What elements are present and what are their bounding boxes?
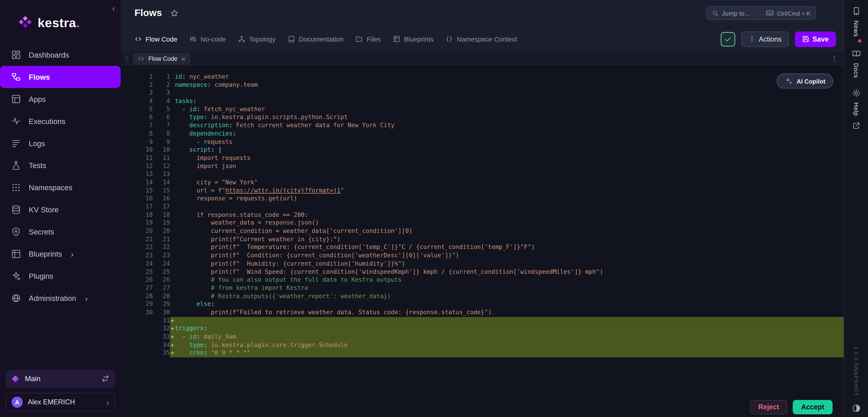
actions-button[interactable]: Actions [741, 31, 789, 47]
external-link-icon[interactable] [852, 122, 860, 129]
code-line-6[interactable]: 66 type: io.kestra.plugin.scripts.python… [121, 114, 844, 122]
sidebar-item-label: KV Store [29, 205, 59, 214]
toolbar-actions: Actions Save [721, 31, 836, 47]
code-line-14[interactable]: 1414 city = "New York" [121, 179, 844, 187]
code-line-5[interactable]: 55 - id: fetch_nyc_weather [121, 105, 844, 114]
code-text: # from kestra import Kestra [175, 284, 308, 292]
line-number-original: 11 [121, 154, 153, 162]
code-line-12[interactable]: 1212 import json [121, 162, 844, 170]
accept-button[interactable]: Accept [793, 400, 833, 414]
sidebar-item-flows[interactable]: Flows [0, 66, 121, 88]
tab-namespace-context[interactable]: Namespace Context [446, 35, 517, 43]
topology-icon [238, 35, 245, 43]
news-label[interactable]: News [853, 21, 860, 37]
sidebar-item-blueprints[interactable]: Blueprints› [0, 243, 121, 265]
diff-add-sign [170, 81, 175, 89]
tab-topology[interactable]: Topology [238, 35, 276, 43]
ai-copilot-button[interactable]: AI Copilot [777, 74, 833, 89]
sidebar-item-dashboards[interactable]: Dashboards [0, 43, 121, 66]
code-line-2[interactable]: 22namespace: company.team [121, 81, 844, 89]
code-line-31[interactable]: 31+ [121, 317, 844, 325]
sidebar-item-namespaces[interactable]: Namespaces [0, 177, 121, 198]
kestra-logo[interactable]: kestra. [0, 0, 121, 43]
code-line-18[interactable]: 1818 if response.status_code == 200: [121, 211, 844, 219]
tab-documentation[interactable]: Documentation [288, 35, 344, 43]
help-label[interactable]: Help [853, 102, 860, 116]
tab-blueprints[interactable]: Blueprints [393, 35, 434, 43]
jump-to-search-input[interactable]: Jump to... Ctrl/Cmd + K [706, 6, 816, 20]
save-button[interactable]: Save [795, 31, 836, 47]
user-menu[interactable]: A Alex EMERICH › [5, 393, 115, 411]
sidebar-item-apps[interactable]: Apps [0, 88, 121, 110]
close-tab-icon[interactable]: × [181, 55, 186, 62]
code-text: tasks: [175, 97, 197, 105]
sidebar-item-kv-store[interactable]: KV Store [0, 198, 121, 221]
diff-add-sign [170, 162, 175, 170]
code-line-19[interactable]: 1919 weather_data = response.json() [121, 219, 844, 227]
code-line-16[interactable]: 1616 response = requests.get(url) [121, 195, 844, 203]
feedback-device-icon[interactable] [852, 6, 861, 15]
line-number-modified: 29 [153, 300, 170, 309]
drag-handle-icon[interactable] [123, 55, 131, 62]
code-line-32[interactable]: 32+triggers: [121, 325, 844, 333]
code-line-26[interactable]: 2626 # You can also output the full data… [121, 276, 844, 284]
code-line-27[interactable]: 2727 # from kestra import Kestra [121, 284, 844, 292]
code-line-13[interactable]: 1313 [121, 170, 844, 179]
sidebar-item-plugins[interactable]: Plugins [0, 265, 121, 287]
code-line-17[interactable]: 1717 [121, 203, 844, 211]
code-line-11[interactable]: 1111 import requests [121, 154, 844, 162]
tab-no-code[interactable]: No-code [189, 35, 225, 43]
sidebar-item-logs[interactable]: Logs [0, 132, 121, 154]
code-line-23[interactable]: 2323 print(f" Condition: {current_condit… [121, 252, 844, 260]
help-gear-icon[interactable] [852, 88, 861, 97]
code-line-24[interactable]: 2424 print(f" Humidity: {current_conditi… [121, 260, 844, 268]
sidebar-item-secrets[interactable]: Secrets [0, 221, 121, 243]
code-text: weather_data = response.json() [175, 219, 319, 227]
theme-toggle-icon[interactable] [852, 404, 861, 413]
diff-add-sign [170, 89, 175, 97]
code-line-21[interactable]: 2121 print(f"Current weather in {city}:"… [121, 235, 844, 244]
code-line-29[interactable]: 2929 else: [121, 300, 844, 309]
collapse-sidebar-icon[interactable]: ‹ [112, 4, 115, 13]
code-line-15[interactable]: 1515 url = f"https://wttr.in/{city}?form… [121, 187, 844, 195]
sidebar-item-label: Plugins [29, 272, 53, 280]
line-number-modified: 22 [153, 244, 170, 252]
tab-files[interactable]: Files [355, 35, 381, 43]
favorite-star-icon[interactable] [170, 8, 179, 18]
code-line-20[interactable]: 2020 current_condition = weather_data['c… [121, 227, 844, 235]
code-line-34[interactable]: 34+ type: io.kestra.plugin.core.trigger.… [121, 341, 844, 349]
tab-flow-code[interactable]: Flow Code [134, 35, 177, 43]
reject-button[interactable]: Reject [750, 400, 787, 414]
code-line-25[interactable]: 2525 print(f" Wind Speed: {current_condi… [121, 268, 844, 276]
docs-icon[interactable] [852, 49, 861, 58]
switch-tenant-icon[interactable] [101, 375, 110, 383]
kvstore-icon [11, 205, 21, 215]
code-line-33[interactable]: 33+ - id: daily_9am [121, 333, 844, 341]
tenant-selector[interactable]: Main [5, 370, 115, 388]
code-icon [138, 55, 145, 62]
code-text: # Kestra.outputs({'weather_report': weat… [175, 292, 391, 300]
line-number-original [121, 349, 153, 357]
tabstrip-kebab-icon[interactable] [830, 55, 838, 62]
code-line-30[interactable]: 3030 print(f"Failed to retrieve weather … [121, 309, 844, 317]
flow-valid-check-button[interactable] [721, 32, 735, 46]
code-line-22[interactable]: 2222 print(f" Temperature: {current_cond… [121, 244, 844, 252]
code-line-35[interactable]: 35+ cron: "0 9 * * *" [121, 349, 844, 357]
code-line-4[interactable]: 44tasks: [121, 97, 844, 105]
code-line-28[interactable]: 2828 # Kestra.outputs({'weather_report':… [121, 292, 844, 300]
code-line-8[interactable]: 88 dependencies: [121, 130, 844, 138]
code-editor[interactable]: 11id: nyc_weather22namespace: company.te… [121, 65, 844, 417]
docs-label[interactable]: Docs [853, 63, 860, 78]
sidebar-item-executions[interactable]: Executions [0, 110, 121, 132]
code-line-10[interactable]: 1010 script: | [121, 146, 844, 154]
sidebar-item-administration[interactable]: Administration› [0, 287, 121, 309]
code-line-1[interactable]: 11id: nyc_weather [121, 73, 844, 81]
notification-dot [858, 39, 861, 42]
editor-tab-flow-code[interactable]: Flow Code × [133, 53, 191, 64]
code-line-3[interactable]: 33 [121, 89, 844, 97]
sidebar-item-tests[interactable]: Tests [0, 154, 121, 177]
code-line-7[interactable]: 77 description: Fetch current weather da… [121, 122, 844, 130]
code-line-9[interactable]: 99 - requests [121, 138, 844, 146]
diff-actions: Reject Accept [750, 400, 833, 414]
sidebar-item-label: Executions [29, 117, 65, 125]
